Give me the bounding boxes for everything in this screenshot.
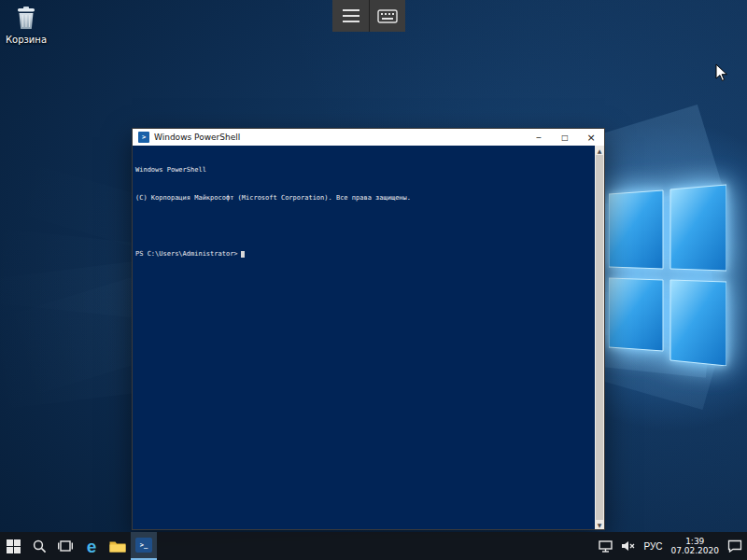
console-scrollbar[interactable]: ▲ ▼ (595, 146, 604, 529)
keyboard-button[interactable] (369, 0, 405, 32)
search-icon (33, 539, 47, 553)
console-line: (C) Корпорация Майкрософт (Microsoft Cor… (135, 193, 591, 203)
menu-button[interactable] (332, 0, 369, 32)
network-icon (599, 540, 613, 553)
recycle-bin-label: Корзина (2, 35, 50, 45)
powershell-icon: >_ (135, 538, 152, 553)
action-center-icon (727, 539, 742, 553)
taskbar: e >_ (0, 532, 747, 560)
keyboard-icon (377, 9, 398, 23)
maximize-button[interactable]: □ (552, 129, 578, 146)
edge-icon: e (87, 538, 97, 555)
language-indicator[interactable]: РУС (643, 532, 662, 560)
search-button[interactable] (26, 532, 52, 560)
console-prompt-line: PS C:\Users\Administrator> (135, 249, 591, 259)
console-line: Windows PowerShell (135, 165, 591, 175)
console-area[interactable]: Windows PowerShell (C) Корпорация Майкро… (133, 146, 604, 529)
edge-button[interactable]: e (78, 532, 105, 560)
console-output: Windows PowerShell (C) Корпорация Майкро… (135, 147, 591, 277)
windows-logo (609, 183, 726, 366)
clock-date: 07.02.2020 (670, 546, 719, 555)
recycle-bin-icon (14, 6, 38, 30)
windows-start-icon (7, 539, 21, 553)
console-line (135, 221, 591, 231)
powershell-window: > Windows PowerShell ─ □ × Windows Power… (132, 128, 605, 530)
file-explorer-button[interactable] (105, 532, 131, 560)
system-tray: РУС 1:39 07.02.2020 (599, 532, 747, 560)
taskbar-apps: e >_ (0, 532, 157, 560)
desktop: Корзина > Windows PowerShell ─ □ (0, 0, 747, 560)
console-cursor (241, 251, 245, 258)
folder-icon (109, 539, 126, 553)
scroll-up-icon[interactable]: ▲ (595, 146, 604, 155)
close-button[interactable]: × (578, 129, 604, 146)
volume-muted-icon (621, 540, 635, 552)
action-center-button[interactable] (727, 532, 742, 560)
console-prompt: PS C:\Users\Administrator> (135, 250, 238, 258)
start-button[interactable] (0, 532, 26, 560)
task-view-icon (58, 539, 73, 553)
minimize-button[interactable]: ─ (526, 129, 552, 146)
window-controls: ─ □ × (526, 129, 604, 146)
mouse-cursor (715, 63, 729, 83)
task-view-button[interactable] (52, 532, 78, 560)
network-tray-button[interactable] (599, 532, 613, 560)
taskbar-clock[interactable]: 1:39 07.02.2020 (670, 537, 719, 555)
recycle-bin[interactable]: Корзина (2, 6, 50, 45)
volume-tray-button[interactable] (621, 532, 635, 560)
powershell-taskbar-button[interactable]: >_ (131, 532, 157, 560)
scroll-down-icon[interactable]: ▼ (595, 520, 604, 529)
vm-toolbar (332, 0, 405, 32)
window-title: Windows PowerShell (154, 133, 526, 142)
scrollbar-thumb[interactable] (596, 155, 603, 520)
clock-time: 1:39 (670, 537, 719, 546)
powershell-window-icon: > (138, 132, 149, 143)
window-titlebar[interactable]: > Windows PowerShell ─ □ × (133, 129, 604, 146)
